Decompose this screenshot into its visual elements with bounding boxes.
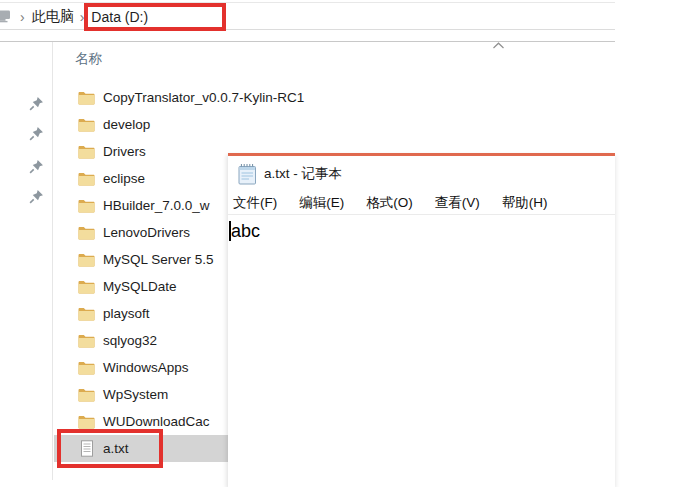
annotation-box-a-txt <box>57 429 163 468</box>
folder-icon <box>78 116 95 133</box>
breadcrumb-chevron-icon: › <box>20 9 25 25</box>
notepad-menu-item[interactable]: 查看(V) <box>433 194 482 212</box>
file-name: eclipse <box>103 171 145 186</box>
file-name: WpSystem <box>103 387 168 402</box>
folder-icon <box>78 332 95 349</box>
folder-icon <box>78 359 95 376</box>
column-header-name[interactable]: 名称 <box>75 50 102 68</box>
file-name: Drivers <box>103 144 146 159</box>
file-name: develop <box>103 117 150 132</box>
folder-icon <box>78 386 95 403</box>
file-name: LenovoDrivers <box>103 225 190 240</box>
pin-icon[interactable] <box>29 159 44 174</box>
pin-icon[interactable] <box>29 189 44 204</box>
file-name: sqlyog32 <box>103 333 157 348</box>
notepad-menu-item[interactable]: 格式(O) <box>364 194 415 212</box>
editor-text: abc <box>231 220 260 242</box>
nav-pane-divider <box>52 42 53 480</box>
file-name: MySQLDate <box>103 279 177 294</box>
notepad-window: a.txt - 记事本 文件(F)编辑(E)格式(O)查看(V)帮助(H) ab… <box>228 153 615 487</box>
notepad-titlebar[interactable]: a.txt - 记事本 <box>228 156 615 192</box>
file-name: CopyTranslator_v0.0.7-Kylin-RC1 <box>103 90 304 105</box>
folder-icon <box>78 143 95 160</box>
pin-icon[interactable] <box>29 96 44 111</box>
notepad-window-title: a.txt - 记事本 <box>264 165 342 183</box>
file-row[interactable]: CopyTranslator_v0.0.7-Kylin-RC1 <box>54 84 614 111</box>
file-name: HBuilder_7.0.0_w <box>103 198 210 213</box>
list-header-divider <box>0 41 615 42</box>
breadcrumb-item-this-pc[interactable]: 此电脑 <box>32 8 74 26</box>
file-name: WindowsApps <box>103 360 189 375</box>
file-name: playsoft <box>103 306 150 321</box>
folder-icon <box>78 413 95 430</box>
folder-icon <box>78 197 95 214</box>
pin-icon[interactable] <box>29 126 44 141</box>
notepad-menubar: 文件(F)编辑(E)格式(O)查看(V)帮助(H) <box>228 192 615 215</box>
folder-icon <box>78 251 95 268</box>
notepad-menu-item[interactable]: 文件(F) <box>231 194 279 212</box>
folder-icon <box>78 170 95 187</box>
notepad-menu-item[interactable]: 编辑(E) <box>297 194 346 212</box>
notepad-icon <box>238 163 257 185</box>
file-name: WUDownloadCac <box>103 414 210 429</box>
file-row[interactable]: develop <box>54 111 614 138</box>
folder-icon <box>78 278 95 295</box>
computer-icon <box>0 10 14 24</box>
file-name: MySQL Server 5.5 <box>103 252 214 267</box>
notepad-menu-item[interactable]: 帮助(H) <box>500 194 550 212</box>
folder-icon <box>78 305 95 322</box>
folder-icon <box>78 224 95 241</box>
screen: › 此电脑 › Data (D:) 名称 CopyTranslator_v0.0… <box>0 0 679 487</box>
annotation-box-breadcrumb <box>84 3 226 31</box>
sort-ascending-icon[interactable] <box>492 42 505 49</box>
notepad-editor[interactable]: abc <box>228 215 615 242</box>
folder-icon <box>78 89 95 106</box>
